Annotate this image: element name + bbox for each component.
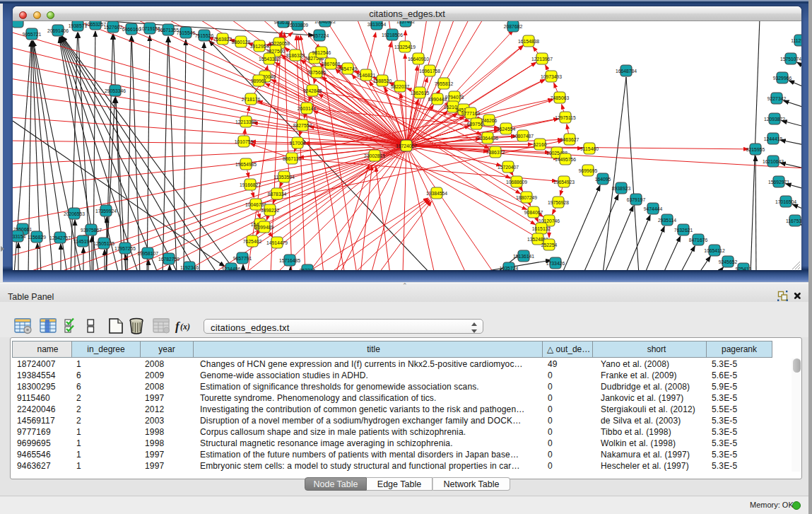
svg-text:9463627: 9463627 bbox=[560, 137, 579, 142]
svg-text:917004: 917004 bbox=[290, 141, 306, 146]
svg-text:9777169: 9777169 bbox=[461, 111, 481, 116]
svg-text:93975867: 93975867 bbox=[81, 228, 102, 233]
svg-text:989961: 989961 bbox=[251, 78, 267, 83]
svg-text:7485063: 7485063 bbox=[551, 95, 570, 100]
svg-text:8471676: 8471676 bbox=[689, 238, 708, 243]
svg-text:12093872: 12093872 bbox=[764, 117, 785, 122]
svg-text:12213967: 12213967 bbox=[531, 57, 553, 62]
svg-text:9657791: 9657791 bbox=[233, 256, 252, 261]
svg-text:9329966: 9329966 bbox=[773, 76, 792, 81]
svg-text:19218506: 19218506 bbox=[382, 33, 403, 37]
svg-text:(x): (x) bbox=[180, 322, 190, 332]
svg-text:8215955: 8215955 bbox=[746, 147, 765, 152]
svg-text:7386372: 7386372 bbox=[486, 150, 505, 155]
svg-text:8454749: 8454749 bbox=[339, 66, 358, 71]
svg-text:9146821: 9146821 bbox=[357, 73, 376, 78]
svg-text:746266: 746266 bbox=[481, 118, 498, 123]
svg-text:3498222: 3498222 bbox=[261, 208, 280, 213]
svg-text:10688609: 10688609 bbox=[506, 180, 527, 185]
svg-text:8427552: 8427552 bbox=[293, 123, 312, 128]
svg-text:17957255: 17957255 bbox=[114, 246, 136, 251]
svg-text:7625402: 7625402 bbox=[243, 239, 262, 244]
svg-text:16640910: 16640910 bbox=[408, 57, 429, 62]
svg-text:6466160: 6466160 bbox=[122, 27, 141, 32]
svg-text:16210643: 16210643 bbox=[763, 159, 784, 164]
svg-text:15720407: 15720407 bbox=[498, 165, 519, 170]
svg-text:1157402: 1157402 bbox=[396, 21, 415, 24]
svg-text:16033809: 16033809 bbox=[287, 23, 308, 28]
svg-text:20364436: 20364436 bbox=[477, 136, 498, 141]
svg-text:16782759: 16782759 bbox=[158, 257, 180, 262]
svg-text:23002815: 23002815 bbox=[364, 153, 385, 158]
svg-text:16543382: 16543382 bbox=[259, 57, 280, 62]
svg-text:1192346: 1192346 bbox=[180, 265, 199, 270]
svg-text:3912954: 3912954 bbox=[250, 44, 269, 49]
svg-text:8938923: 8938923 bbox=[612, 186, 631, 191]
svg-text:16961758: 16961758 bbox=[419, 69, 440, 74]
svg-text:7857224: 7857224 bbox=[310, 33, 329, 38]
svg-text:62160: 62160 bbox=[534, 142, 547, 147]
svg-text:10807487: 10807487 bbox=[512, 134, 534, 139]
svg-text:3624554: 3624554 bbox=[497, 127, 516, 132]
svg-text:10654112: 10654112 bbox=[704, 248, 725, 253]
svg-text:7955812: 7955812 bbox=[435, 81, 454, 86]
svg-text:16154838: 16154838 bbox=[518, 39, 539, 44]
svg-text:2935114: 2935114 bbox=[658, 218, 676, 223]
svg-text:9055721: 9055721 bbox=[23, 32, 42, 37]
svg-text:3375685: 3375685 bbox=[307, 70, 326, 75]
svg-text:9245652: 9245652 bbox=[719, 259, 738, 264]
svg-text:12975115: 12975115 bbox=[555, 115, 576, 120]
svg-text:15692971: 15692971 bbox=[768, 180, 789, 185]
svg-text:10973493: 10973493 bbox=[541, 74, 562, 79]
svg-text:15136141: 15136141 bbox=[513, 254, 534, 259]
svg-text:19166827: 19166827 bbox=[240, 182, 261, 187]
svg-text:1362615: 1362615 bbox=[411, 90, 430, 95]
svg-text:18807249: 18807249 bbox=[516, 195, 537, 200]
svg-text:9242848: 9242848 bbox=[303, 88, 322, 93]
svg-text:1167534: 1167534 bbox=[786, 218, 801, 223]
svg-text:12213389: 12213389 bbox=[235, 119, 257, 124]
svg-text:6379197: 6379197 bbox=[627, 197, 646, 202]
svg-text:1145194: 1145194 bbox=[73, 239, 92, 244]
svg-text:8860128: 8860128 bbox=[232, 40, 251, 45]
svg-text:19756928: 19756928 bbox=[548, 200, 569, 205]
svg-text:252254: 252254 bbox=[541, 243, 558, 247]
svg-text:17359924: 17359924 bbox=[95, 209, 117, 214]
svg-text:8867110: 8867110 bbox=[283, 156, 301, 161]
svg-text:10653257: 10653257 bbox=[85, 22, 106, 27]
svg-text:9474444: 9474444 bbox=[644, 206, 663, 211]
svg-text:1010755: 1010755 bbox=[235, 139, 254, 144]
svg-text:2867608: 2867608 bbox=[322, 62, 341, 66]
svg-text:12505135: 12505135 bbox=[93, 241, 114, 246]
svg-text:2718176: 2718176 bbox=[242, 97, 261, 102]
svg-text:9234486: 9234486 bbox=[222, 267, 241, 271]
svg-text:9794078: 9794078 bbox=[445, 95, 464, 100]
svg-text:14495756: 14495756 bbox=[555, 157, 576, 162]
svg-text:19654923: 19654923 bbox=[553, 180, 575, 185]
svg-text:7663822: 7663822 bbox=[213, 37, 233, 42]
svg-text:933154: 933154 bbox=[13, 234, 26, 239]
svg-text:20206553: 20206553 bbox=[64, 211, 85, 216]
svg-text:15716485: 15716485 bbox=[279, 258, 300, 263]
svg-text:19958107: 19958107 bbox=[137, 251, 158, 256]
svg-text:1035724: 1035724 bbox=[500, 266, 519, 271]
svg-text:29053346: 29053346 bbox=[105, 88, 126, 93]
svg-text:11353594: 11353594 bbox=[273, 175, 295, 180]
svg-text:1156829: 1156829 bbox=[28, 235, 46, 240]
svg-text:14914479: 14914479 bbox=[266, 240, 288, 245]
svg-text:9812546: 9812546 bbox=[312, 50, 331, 55]
svg-text:7515546: 7515546 bbox=[177, 30, 196, 35]
svg-text:19384554: 19384554 bbox=[426, 191, 447, 196]
svg-text:8990448: 8990448 bbox=[428, 97, 447, 102]
svg-text:10046922: 10046922 bbox=[314, 21, 336, 24]
svg-text:8878334: 8878334 bbox=[268, 192, 287, 197]
svg-text:13325419: 13325419 bbox=[394, 45, 416, 49]
svg-text:20691406: 20691406 bbox=[47, 28, 69, 33]
svg-text:2087682: 2087682 bbox=[504, 24, 523, 29]
svg-text:863214: 863214 bbox=[300, 268, 316, 271]
svg-text:16671355: 16671355 bbox=[158, 28, 179, 33]
svg-text:15226058: 15226058 bbox=[269, 41, 290, 46]
svg-text:15751074: 15751074 bbox=[780, 57, 801, 62]
svg-text:9699695: 9699695 bbox=[579, 168, 598, 173]
svg-text:19654985: 19654985 bbox=[235, 162, 257, 167]
